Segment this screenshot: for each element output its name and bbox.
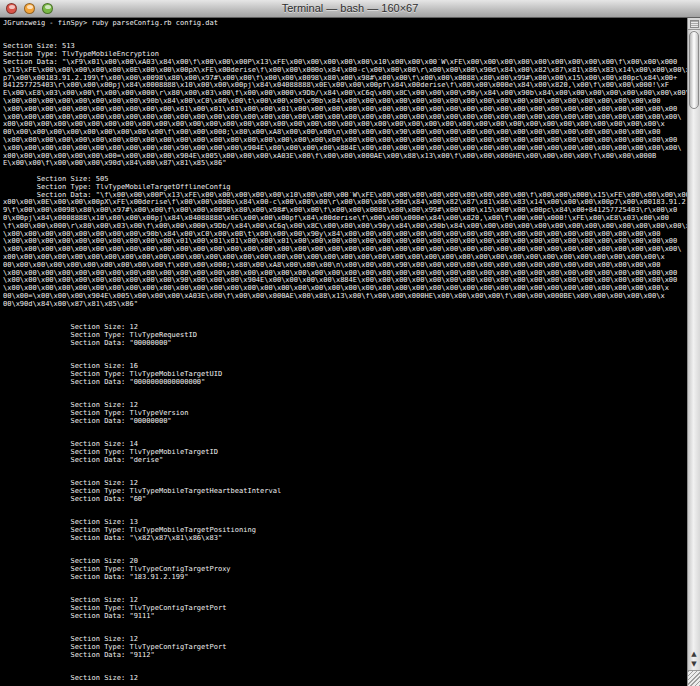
scrollbar-thumb[interactable] — [689, 31, 699, 109]
terminal-line — [3, 620, 687, 628]
terminal-line: Section Size: 12 — [3, 480, 687, 488]
terminal-line: \x00\x00\x00\x00\x00\x00\x00\x00\x00\x00… — [3, 106, 687, 114]
terminal-line: Section Size: 12 — [3, 402, 687, 410]
terminal-line: Section Type: TlvTypeRequestID — [3, 332, 687, 340]
terminal-line: Section Size: 12 — [3, 597, 687, 605]
terminal-line: p7\x00\x00183.91.2.199\f\x00\x00\x0098\x… — [3, 75, 687, 83]
close-button[interactable] — [6, 3, 17, 14]
terminal-line — [3, 472, 687, 480]
terminal-line: Section Type: TlvTypeMobileTargetUID — [3, 371, 687, 379]
terminal-line: 00\x90d\x84\x00\x87\x81\x85\x86" — [3, 301, 687, 309]
terminal-line: \x00\x00\x00\x00\x00\x00\x00\x00\x00\x00… — [3, 285, 687, 293]
terminal-line — [3, 628, 687, 636]
terminal-line: Section Data: "9112" — [3, 652, 687, 660]
terminal-line — [3, 355, 687, 363]
minimize-button[interactable] — [24, 3, 35, 14]
terminal-line: \x00\x00\x00\x00\x00\x00\x00\x00\x00\x00… — [3, 114, 687, 122]
resize-grip[interactable] — [688, 670, 700, 686]
terminal-line: Section Type: TlvTypeConfigTargetProxy — [3, 566, 687, 574]
terminal-line: Section Type: TlvTypeMobileTargetOffline… — [3, 184, 687, 192]
terminal-line: 00\x00=\x00\x00\x00\x904E\x005\x00\x00\x… — [3, 293, 687, 301]
scroll-down-button[interactable]: ▼ — [688, 660, 700, 669]
scrollbar-page-icon — [688, 18, 700, 30]
terminal-line — [3, 464, 687, 472]
terminal-line: 9\f\x00\x00\x0098\x80\x00\x97#\x00\x00\f… — [3, 207, 687, 215]
terminal-line: Section Data: "9111" — [3, 613, 687, 621]
window-title: Terminal — bash — 160×67 — [60, 0, 640, 17]
terminal-line: Section Size: 14 — [3, 441, 687, 449]
terminal-line: \x00\x00\x00\x00\x00\x00\x00\x00\x00\x00… — [3, 137, 687, 145]
terminal-line: x00\x00\x00\x00\x00\x00\x00\x00\x00\x00\… — [3, 121, 687, 129]
terminal-window: Terminal — bash — 160×67 JGrunzweig - fi… — [0, 0, 700, 686]
scrollbar[interactable]: ▲ ▼ — [687, 18, 700, 686]
terminal-line: 841257725403\r\x00\x00\x00pj\x84\x000888… — [3, 82, 687, 90]
scroll-up-button[interactable]: ▲ — [688, 650, 700, 659]
terminal-line — [3, 667, 687, 675]
terminal-line: \x15\xFE\x00\x00\x00\x00\x00\x0E\x00\x00… — [3, 67, 687, 75]
terminal-line — [3, 425, 687, 433]
terminal-line: \x00\x00\x00\x00\x00\x00\x00\x00\x90b\x8… — [3, 98, 687, 106]
terminal-line: \x00\x00\x00\x00\x00\x00\x00\x00\x00\x00… — [3, 145, 687, 153]
terminal-line: Section Data: "00000000" — [3, 418, 687, 426]
terminal-line: JGrunzweig - finSpy> ruby parseConfig.rb… — [3, 20, 687, 28]
terminal-output[interactable]: JGrunzweig - finSpy> ruby parseConfig.rb… — [0, 18, 687, 683]
terminal-line: E\x00\x00\f\x00\x00\x00\x90d\x84\x00\x87… — [3, 160, 687, 168]
terminal-line: Section Data: "derise" — [3, 457, 687, 465]
terminal-line — [3, 386, 687, 394]
terminal-line: E\x00\xE8\x03\x00\x00\f\x00\x00\x000\r\x… — [3, 90, 687, 98]
terminal-line — [3, 542, 687, 550]
terminal-line: \x00\x00\x00\x00\x00\x00\x00\x00\x00\x00… — [3, 238, 687, 246]
terminal-line: Section Type: TlvTypeVersion — [3, 410, 687, 418]
terminal-content[interactable]: JGrunzweig - finSpy> ruby parseConfig.rb… — [0, 18, 687, 686]
terminal-line: Section Type: TlvTypeMobileTargetHeartbe… — [3, 488, 687, 496]
terminal-line — [3, 308, 687, 316]
terminal-line: Section Type: TlvTypeConfigTargetPort — [3, 644, 687, 652]
terminal-line: Section Size: 505 — [3, 176, 687, 184]
terminal-line: \x00\x00\x00\x00\x00\x00\x00\x00\x90b\x8… — [3, 231, 687, 239]
terminal-line — [3, 550, 687, 558]
terminal-line: Section Type: TlvTypeMobileTargetPositio… — [3, 527, 687, 535]
terminal-line — [3, 36, 687, 44]
terminal-line: Section Data: "0000000000000000" — [3, 379, 687, 387]
terminal-line: \x00\x00\x00\x00\x00\x00\x00\x00\x00\x00… — [3, 277, 687, 285]
terminal-line: 00\x00\x00\x00\x00\x00\x00\x00\x00\x00\f… — [3, 129, 687, 137]
terminal-line: 0\x00pj\x84\x0008888\x10\x00\x00\x00pj\x… — [3, 215, 687, 223]
terminal-line — [3, 347, 687, 355]
terminal-line — [3, 433, 687, 441]
terminal-line: Section Data: "183.91.2.199" — [3, 574, 687, 582]
terminal-line: Section Size: 16 — [3, 363, 687, 371]
terminal-line — [3, 659, 687, 667]
terminal-line: Section Type: TlvTypeMobileEncryption — [3, 51, 687, 59]
terminal-line — [3, 581, 687, 589]
terminal-line — [3, 511, 687, 519]
terminal-line: Section Size: 13 — [3, 519, 687, 527]
terminal-line: x00\x00\x0E\x00\x00\x00pX\xFE\x00derise\… — [3, 199, 687, 207]
terminal-line: \x00\x00\x00\x00\x00\x00\x00\x00\x00\x00… — [3, 270, 687, 278]
terminal-line: Section Data: "\xF9\x01\x00\x00\xA03\x84… — [3, 59, 687, 67]
terminal-line: 00\x00\x00\x00\x00\x00\x00\x00\x00\x00\f… — [3, 262, 687, 270]
terminal-line — [3, 589, 687, 597]
terminal-line: Section Size: 12 — [3, 675, 687, 683]
window-titlebar[interactable]: Terminal — bash — 160×67 — [0, 0, 700, 18]
terminal-line: x00\x00\x00\x00\x00\x00\x00\x00\x00\x00\… — [3, 254, 687, 262]
terminal-line: Section Size: 513 — [3, 43, 687, 51]
terminal-line — [3, 503, 687, 511]
terminal-line: Section Type: TlvTypeMobileTargetID — [3, 449, 687, 457]
terminal-line: Section Size: 12 — [3, 324, 687, 332]
zoom-button[interactable] — [42, 3, 53, 14]
terminal-line: Section Data: "\f\x00\x00\x00P\x13\xFE\x… — [3, 192, 687, 200]
terminal-line: x00\x00\x00\x00\x00\x00\x00=\x00\x00\x00… — [3, 153, 687, 161]
terminal-line: Section Data: "\x82\x87\x81\x86\x83" — [3, 535, 687, 543]
terminal-line: Section Data: "00000000" — [3, 340, 687, 348]
terminal-line: Section Size: 12 — [3, 636, 687, 644]
terminal-line: \f\x00\x00\x000\r\x80\x00\x03\x00\f\x00\… — [3, 223, 687, 231]
terminal-line: Section Type: TlvTypeConfigTargetPort — [3, 605, 687, 613]
terminal-line: \x00\x00\x00\x00\x00\x00\x00\x00\x00\x00… — [3, 246, 687, 254]
terminal-line — [3, 316, 687, 324]
terminal-line: Section Data: "60" — [3, 496, 687, 504]
terminal-line: Section Size: 20 — [3, 558, 687, 566]
terminal-line — [3, 28, 687, 36]
terminal-line — [3, 168, 687, 176]
terminal-line — [3, 394, 687, 402]
